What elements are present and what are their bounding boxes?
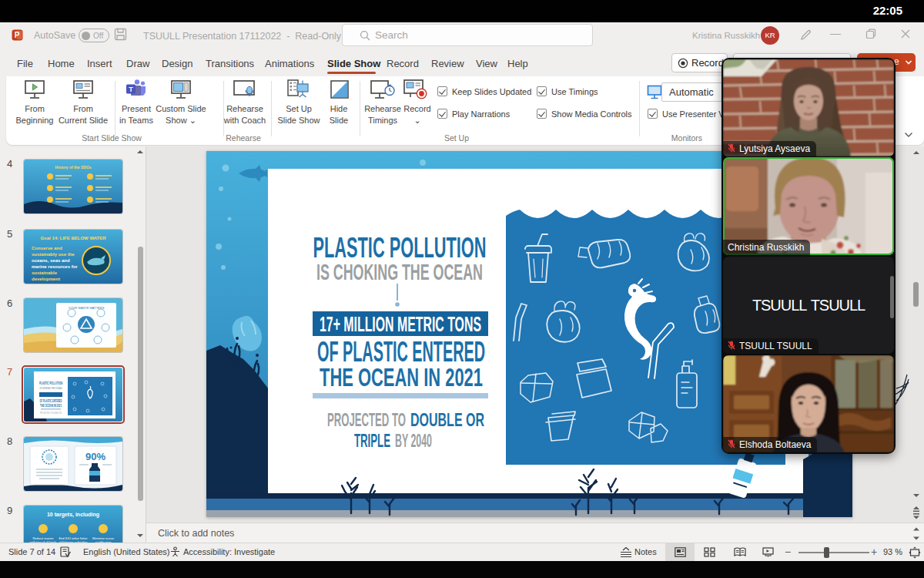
svg-text:marine resources for: marine resources for [32, 264, 78, 269]
svg-text:P: P [15, 31, 20, 39]
svg-text:THE OCEAN IN 2021: THE OCEAN IN 2021 [40, 404, 62, 408]
svg-text:T: T [129, 86, 133, 93]
svg-text:90%: 90% [85, 451, 105, 462]
svg-text:sustainably use the: sustainably use the [32, 252, 75, 257]
svg-text:sustainable: sustainable [32, 271, 58, 275]
svg-text:development: development [32, 277, 60, 281]
svg-text:IS CHOKING THE OCEAN: IS CHOKING THE OCEAN [40, 386, 62, 390]
svg-text:17+ MILLION METRIC TONS: 17+ MILLION METRIC TONS [320, 313, 481, 336]
svg-text:PROJECTED TO DOUBLE OR: PROJECTED TO DOUBLE OR [40, 412, 62, 415]
svg-text:History of the SDGs: History of the SDGs [55, 165, 91, 170]
svg-text:PLASTIC POLLUTION: PLASTIC POLLUTION [39, 381, 62, 385]
svg-text:10 targets, including: 10 targets, including [47, 512, 99, 518]
svg-text:DOUBLE OR: DOUBLE OR [410, 410, 484, 430]
svg-text:Goal 14: LIFE BELOW WATER: Goal 14: LIFE BELOW WATER [40, 236, 106, 240]
svg-text:THE OCEAN IN 2021: THE OCEAN IN 2021 [320, 362, 483, 391]
svg-text:OF PLASTIC ENTERED: OF PLASTIC ENTERED [40, 399, 62, 403]
svg-text:Conserve and: Conserve and [32, 246, 62, 250]
svg-text:BY 2040: BY 2040 [395, 431, 432, 451]
svg-text:PROJECTED TO: PROJECTED TO [327, 410, 406, 430]
svg-text:oceans, seas and: oceans, seas and [32, 258, 70, 263]
svg-text:IS CHOKING THE OCEAN: IS CHOKING THE OCEAN [316, 259, 483, 284]
svg-text:TRIPLE: TRIPLE [354, 431, 390, 451]
